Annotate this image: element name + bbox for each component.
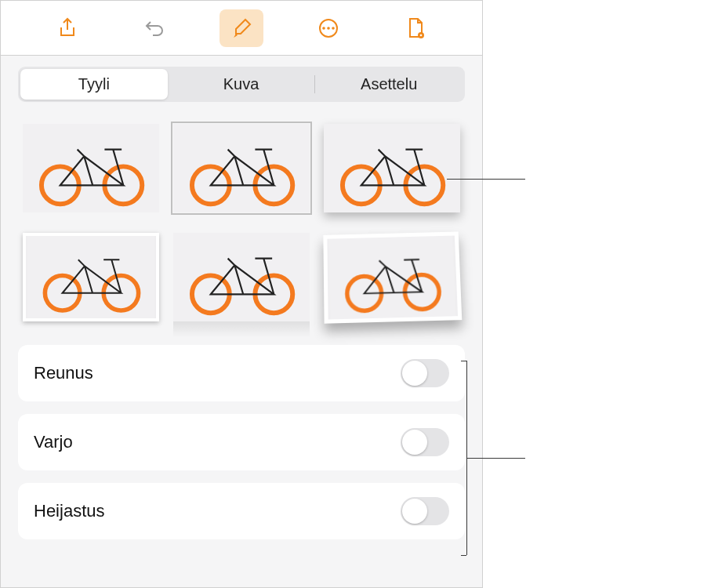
style-preset-4[interactable] — [23, 233, 159, 321]
callout-tick — [461, 361, 466, 361]
tab-label: Asettelu — [361, 75, 417, 93]
style-preset-3[interactable] — [324, 124, 460, 212]
style-options-list: Reunus Varjo Heijastus — [18, 345, 465, 539]
format-panel: Tyyli Kuva Asettelu — [0, 0, 483, 588]
tab-label: Kuva — [223, 75, 259, 93]
document-view-button[interactable] — [394, 9, 437, 47]
svg-point-3 — [332, 27, 335, 30]
option-label: Heijastus — [34, 501, 104, 521]
tab-style[interactable]: Tyyli — [20, 69, 168, 100]
callout-line — [447, 179, 525, 180]
tab-image[interactable]: Kuva — [168, 69, 315, 100]
tab-bar: Tyyli Kuva Asettelu — [18, 67, 465, 102]
option-shadow[interactable]: Varjo — [18, 414, 465, 470]
undo-button[interactable] — [132, 9, 176, 47]
style-preset-1[interactable] — [23, 124, 159, 212]
border-toggle[interactable] — [401, 359, 449, 387]
share-button[interactable] — [45, 9, 89, 47]
svg-point-5 — [419, 34, 422, 36]
svg-rect-31 — [329, 236, 455, 320]
more-button[interactable] — [307, 9, 350, 47]
tab-layout[interactable]: Asettelu — [315, 69, 463, 100]
svg-point-2 — [327, 27, 330, 30]
callout-bracket — [466, 361, 467, 555]
format-content: Tyyli Kuva Asettelu — [1, 56, 482, 587]
option-label: Reunus — [34, 363, 93, 383]
style-preset-2[interactable] — [173, 124, 310, 212]
svg-point-1 — [322, 27, 325, 30]
callout-line — [466, 458, 525, 459]
callout-tick — [461, 555, 466, 556]
option-reflection[interactable]: Heijastus — [18, 483, 465, 539]
style-preset-5[interactable] — [173, 233, 310, 321]
option-label: Varjo — [34, 432, 73, 452]
shadow-toggle[interactable] — [401, 428, 449, 456]
style-preset-grid — [18, 116, 465, 340]
option-border[interactable]: Reunus — [18, 345, 465, 401]
format-brush-button[interactable] — [220, 9, 263, 47]
style-preset-6[interactable] — [324, 233, 460, 321]
tab-label: Tyyli — [78, 75, 110, 93]
toolbar — [1, 1, 482, 56]
reflection-toggle[interactable] — [401, 497, 449, 525]
